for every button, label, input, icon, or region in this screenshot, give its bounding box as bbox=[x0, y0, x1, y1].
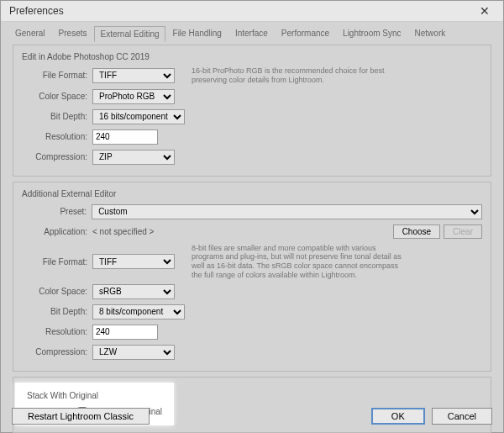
tabs: GeneralPresetsExternal EditingFile Handl… bbox=[1, 22, 503, 41]
section-photoshop: Edit in Adobe Photoshop CC 2019 File For… bbox=[13, 45, 491, 177]
bit-depth-label: Bit Depth: bbox=[22, 112, 92, 121]
color-space-label: Color Space: bbox=[22, 287, 92, 296]
color-space-select[interactable]: ProPhoto RGB bbox=[92, 89, 175, 104]
tab-network[interactable]: Network bbox=[409, 25, 452, 41]
resolution-label: Resolution: bbox=[22, 327, 92, 336]
stack-title: Stack With Original bbox=[27, 391, 162, 400]
application-label: Application: bbox=[22, 227, 92, 236]
resolution-input[interactable] bbox=[92, 129, 158, 145]
application-value: < not specified > bbox=[92, 227, 154, 236]
bit-depth-label: Bit Depth: bbox=[22, 307, 92, 316]
file-format-label: File Format: bbox=[22, 71, 92, 80]
choose-button[interactable]: Choose bbox=[393, 224, 440, 239]
preset-select[interactable]: Custom bbox=[92, 204, 482, 219]
clear-button: Clear bbox=[444, 224, 482, 239]
tab-external-editing[interactable]: External Editing bbox=[94, 26, 165, 42]
window-title: Preferences bbox=[9, 5, 64, 17]
tab-general[interactable]: General bbox=[9, 25, 51, 41]
section-external-editor: Additional External Editor Preset: Custo… bbox=[13, 182, 491, 372]
compression-select-2[interactable]: LZW bbox=[92, 345, 175, 360]
section-title: Edit in Adobe Photoshop CC 2019 bbox=[22, 52, 482, 61]
tab-interface[interactable]: Interface bbox=[229, 25, 274, 41]
compression-label: Compression: bbox=[22, 347, 92, 356]
file-format-select[interactable]: TIFF bbox=[92, 68, 175, 83]
resolution-label: Resolution: bbox=[22, 132, 92, 141]
bit-depth-select-2[interactable]: 8 bits/component bbox=[92, 304, 185, 319]
tab-file-handling[interactable]: File Handling bbox=[167, 25, 228, 41]
restart-button[interactable]: Restart Lightroom Classic bbox=[12, 408, 150, 425]
tab-lightroom-sync[interactable]: Lightroom Sync bbox=[337, 25, 407, 41]
ok-button[interactable]: OK bbox=[371, 408, 425, 425]
titlebar: Preferences ✕ bbox=[1, 1, 503, 22]
color-space-label: Color Space: bbox=[22, 92, 92, 101]
section-title: Additional External Editor bbox=[22, 189, 482, 198]
close-icon[interactable]: ✕ bbox=[475, 4, 495, 18]
bit-depth-select[interactable]: 16 bits/component bbox=[92, 109, 185, 124]
resolution-input-2[interactable] bbox=[92, 325, 158, 340]
format-desc-2: 8-bit files are smaller and more compati… bbox=[192, 244, 410, 280]
compression-select[interactable]: ZIP bbox=[92, 150, 175, 165]
file-format-select-2[interactable]: TIFF bbox=[92, 254, 175, 269]
cancel-button[interactable]: Cancel bbox=[432, 408, 492, 425]
file-format-label: File Format: bbox=[22, 257, 92, 267]
compression-label: Compression: bbox=[22, 152, 92, 161]
tab-performance[interactable]: Performance bbox=[276, 25, 335, 41]
tab-presets[interactable]: Presets bbox=[53, 25, 93, 41]
format-desc: 16-bit ProPhoto RGB is the recommended c… bbox=[192, 66, 410, 85]
preset-label: Preset: bbox=[22, 207, 92, 216]
color-space-select-2[interactable]: sRGB bbox=[92, 284, 175, 299]
